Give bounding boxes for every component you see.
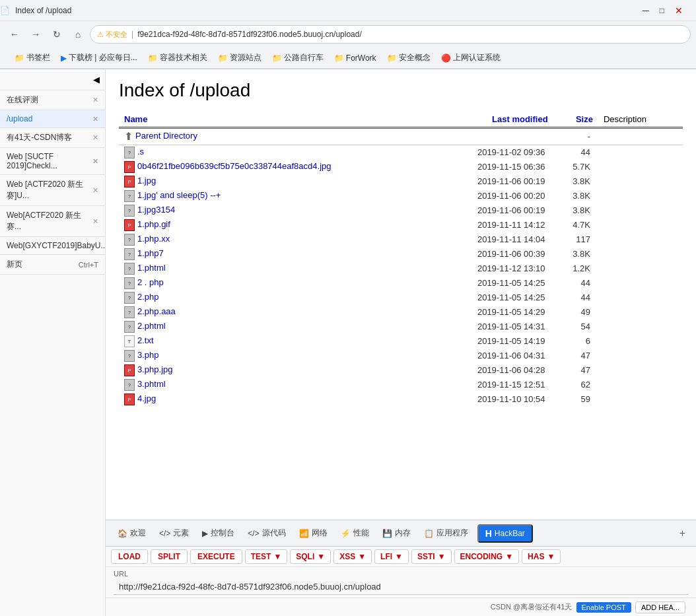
file-link[interactable]: 1.php7 — [137, 248, 164, 258]
home-button[interactable]: ⌂ — [69, 25, 87, 44]
sidebar-item-csdn[interactable]: 有41天-CSDN博客 ✕ — [0, 128, 105, 148]
titlebar: 📄 Index of /upload ─ □ ✕ — [0, 0, 696, 21]
address-bar[interactable]: ⚠ 不安全 | f9e21dca-f92d-48fc-8d7d-8571df92… — [90, 25, 691, 44]
col-header-modified[interactable]: Last modified — [429, 112, 553, 127]
devtools-welcome[interactable]: 🏠 欢迎 — [111, 525, 153, 541]
hackbar-encoding[interactable]: ENCODING ▼ — [454, 549, 520, 564]
file-name-cell: ?2.php — [119, 291, 429, 305]
col-header-size[interactable]: Size — [553, 112, 598, 127]
php-img-icon: P — [124, 176, 135, 188]
file-desc-cell — [598, 160, 683, 174]
devtools-sources[interactable]: </> 源代码 — [241, 525, 292, 541]
file-link[interactable]: 1.jpg' and sleep(5) --+ — [137, 190, 221, 200]
hackbar-sqli[interactable]: SQLI ▼ — [290, 549, 331, 564]
devtools-application[interactable]: 📋 应用程序 — [417, 525, 475, 541]
file-link[interactable]: Parent Directory — [135, 131, 197, 141]
sidebar-close-3[interactable]: ✕ — [92, 157, 98, 166]
hackbar-panel: LOAD SPLIT EXECUTE TEST ▼ SQLI ▼ XSS ▼ L… — [106, 546, 696, 598]
file-link[interactable]: 1.jpg3154 — [137, 205, 175, 215]
file-size-cell: 3.8K — [553, 247, 598, 261]
file-link[interactable]: 4.jpg — [137, 394, 156, 403]
hackbar-ssti[interactable]: SSTI ▼ — [411, 549, 452, 564]
bookmark-resources[interactable]: 📁 资源站点 — [214, 51, 265, 65]
sidebar-close-2[interactable]: ✕ — [92, 133, 98, 142]
file-link[interactable]: 1.php.gif — [137, 219, 170, 229]
sidebar-close-4[interactable]: ✕ — [92, 186, 98, 195]
devtools-network[interactable]: 📶 网络 — [293, 525, 334, 541]
hackbar-split[interactable]: SPLIT — [151, 549, 188, 564]
devtools-hackbar[interactable]: H HackBar — [477, 524, 533, 543]
file-link[interactable]: 2.phtml — [137, 321, 166, 331]
sidebar-item-upload[interactable]: /upload ✕ — [0, 110, 105, 128]
bookmark-security[interactable]: 📁 安全概念 — [383, 51, 435, 65]
maximize-icon[interactable]: □ — [660, 6, 664, 15]
file-link[interactable]: 3.phtml — [137, 379, 166, 389]
file-modified-cell: 2019-11-05 14:25 — [429, 276, 553, 291]
sidebar-item-gxy[interactable]: Web[GXYCTF2019]BabyU... ✕ — [0, 237, 105, 255]
sidebar-close-0[interactable]: ✕ — [92, 96, 98, 104]
hackbar-load[interactable]: LOAD — [111, 549, 148, 564]
devtools-console[interactable]: ▶ 控制台 — [195, 525, 241, 541]
forward-button[interactable]: → — [26, 25, 45, 44]
bookmark-network-auth[interactable]: 🔴 上网认证系统 — [437, 51, 505, 65]
file-desc-cell — [598, 276, 683, 291]
devtools-performance[interactable]: ⚡ 性能 — [334, 525, 376, 541]
file-link[interactable]: 3.php — [137, 350, 159, 360]
hackbar-execute[interactable]: EXECUTE — [190, 549, 242, 564]
sidebar-close-5[interactable]: ✕ — [92, 217, 98, 226]
file-link[interactable]: 1.phtml — [137, 263, 166, 273]
file-link[interactable]: 1.php.xx — [137, 234, 170, 244]
devtools-elements[interactable]: </> 元素 — [153, 525, 195, 541]
enable-post-button[interactable]: Enable POST — [576, 602, 631, 613]
refresh-button[interactable]: ↻ — [48, 25, 66, 44]
file-link[interactable]: 0b46f21fbe096b639cf5b75e0c338744eaf8acd4… — [137, 161, 331, 171]
hackbar-test[interactable]: TEST ▼ — [245, 549, 288, 564]
sidebar-item-suctf[interactable]: Web [SUCTF 2019]Checkl... ✕ — [0, 148, 105, 175]
sidebar-item-actf2[interactable]: Web[ACTF2020 新生赛... ✕ — [0, 206, 105, 237]
name-sort-link[interactable]: Name — [124, 114, 147, 124]
col-header-name[interactable]: Name — [119, 112, 429, 127]
bookmark-forwork[interactable]: 📁 ForWork — [330, 52, 380, 64]
file-link[interactable]: 3.php.jpg — [137, 364, 173, 374]
table-row: ?.s 2019-11-02 09:36 44 — [119, 145, 683, 160]
sidebar-close-1[interactable]: ✕ — [92, 115, 98, 123]
file-link[interactable]: 1.jpg — [137, 176, 156, 186]
bookmark-container[interactable]: 📁 容器技术相关 — [144, 51, 211, 65]
hackbar-url-input[interactable] — [114, 579, 688, 595]
file-icon: ? — [124, 190, 135, 202]
file-modified-cell: 2019-11-11 14:04 — [429, 232, 553, 247]
bookmark-play-icon: ▶ — [61, 53, 67, 63]
file-name-cell: ?1.php7 — [119, 247, 429, 261]
devtools-memory[interactable]: 💾 内存 — [376, 525, 417, 541]
file-link[interactable]: 2.php.aaa — [137, 306, 176, 316]
hackbar-has[interactable]: HAS ▼ — [522, 549, 561, 564]
hackbar-lfi[interactable]: LFI ▼ — [374, 549, 409, 564]
hackbar-xss[interactable]: XSS ▼ — [333, 549, 372, 564]
sidebar-item-newtab[interactable]: 新页 Ctrl+T — [0, 255, 105, 275]
bookmark-downloads[interactable]: ▶ 下载榜 | 必应每日... — [57, 51, 141, 65]
file-link[interactable]: 2.php — [137, 292, 159, 302]
address-text[interactable]: f9e21dca-f92d-48fc-8d7d-8571df923f06.nod… — [137, 30, 683, 39]
size-sort-link[interactable]: Size — [576, 114, 593, 124]
file-desc-cell — [598, 291, 683, 305]
back-button[interactable]: ← — [5, 25, 24, 44]
add-devtools-tab[interactable]: + — [674, 525, 691, 542]
bookmark-cycling[interactable]: 📁 公路自行车 — [268, 51, 328, 65]
file-icon: ? — [124, 321, 135, 333]
file-modified-cell: 2019-11-11 14:12 — [429, 218, 553, 232]
file-size-cell: 62 — [553, 378, 598, 392]
bookmark-bookmarks[interactable]: 📁 书签栏 — [11, 51, 54, 65]
add-header-button[interactable]: ADD HEA... — [635, 601, 685, 613]
modified-sort-link[interactable]: Last modified — [492, 114, 548, 124]
file-link[interactable]: .s — [137, 147, 144, 156]
file-link[interactable]: 2 . php — [137, 277, 164, 287]
sidebar-collapse-icon[interactable]: ◀ — [93, 75, 100, 85]
titlebar-page-icon: 📄 — [0, 6, 10, 15]
file-link[interactable]: 2.txt — [137, 335, 154, 345]
sidebar-item-evaluation[interactable]: 在线评测 ✕ — [0, 90, 105, 110]
sidebar-toggle[interactable]: ◀ — [0, 69, 105, 90]
close-icon[interactable]: ✕ — [675, 5, 683, 16]
sidebar-item-actf1[interactable]: Web [ACTF2020 新生赛]U... ✕ — [0, 175, 105, 206]
table-row: ?1.jpg3154 2019-11-06 00:19 3.8K — [119, 203, 683, 218]
minimize-icon[interactable]: ─ — [643, 5, 649, 16]
